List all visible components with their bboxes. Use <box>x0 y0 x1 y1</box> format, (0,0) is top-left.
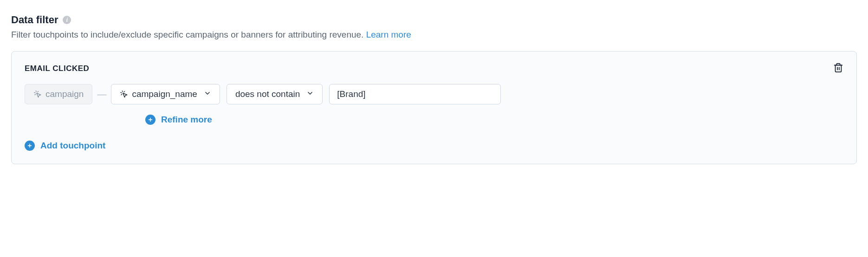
cursor-click-icon <box>120 90 128 98</box>
refine-more-button[interactable]: Refine more <box>145 115 843 125</box>
filter-condition-row: campaign — campaign_name <box>25 84 843 104</box>
description-text: Filter touchpoints to include/exclude sp… <box>11 30 366 39</box>
refine-more-label: Refine more <box>161 115 212 125</box>
property-dropdown[interactable]: campaign_name <box>111 84 220 104</box>
card-header: EMAIL CLICKED <box>25 63 843 75</box>
source-chip: campaign <box>25 84 92 104</box>
section-title: Data filter <box>11 14 58 26</box>
filter-card: EMAIL CLICKED <box>11 51 857 164</box>
section-description: Filter touchpoints to include/exclude sp… <box>11 30 857 40</box>
refine-more-row: Refine more <box>145 115 843 125</box>
connector-dash: — <box>97 89 106 100</box>
property-dropdown-label: campaign_name <box>132 89 197 99</box>
operator-dropdown[interactable]: does not contain <box>227 84 323 104</box>
data-filter-section: Data filter i Filter touchpoints to incl… <box>11 14 857 164</box>
source-chip-label: campaign <box>45 89 84 99</box>
plus-circle-icon <box>25 141 35 151</box>
cursor-click-icon <box>33 90 42 98</box>
info-icon[interactable]: i <box>63 16 71 24</box>
plus-circle-icon <box>145 115 155 125</box>
add-touchpoint-button[interactable]: Add touchpoint <box>25 141 843 151</box>
touchpoint-title: EMAIL CLICKED <box>25 64 89 73</box>
add-touchpoint-label: Add touchpoint <box>40 141 105 151</box>
section-header: Data filter i <box>11 14 857 26</box>
value-input[interactable] <box>329 84 501 104</box>
chevron-down-icon <box>204 89 211 99</box>
learn-more-link[interactable]: Learn more <box>366 30 411 39</box>
delete-icon[interactable] <box>833 63 843 75</box>
operator-dropdown-label: does not contain <box>235 89 300 99</box>
chevron-down-icon <box>306 89 314 99</box>
